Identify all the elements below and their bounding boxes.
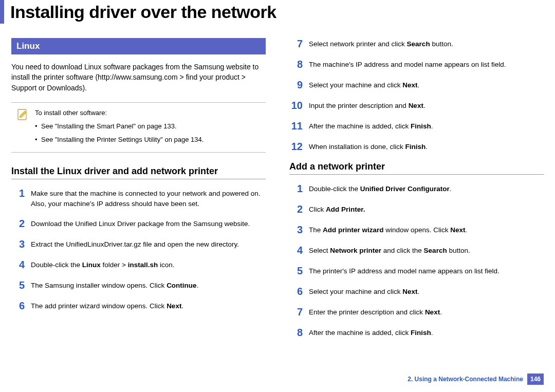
steps-right-cont: 7Select network printer and click Search… [289, 38, 544, 152]
step-text: Download the Unified Linux Driver packag… [31, 218, 250, 229]
note-icon [15, 108, 30, 122]
note-box: To install other software: See "Installi… [11, 102, 266, 153]
left-column: Linux You need to download Linux softwar… [11, 38, 266, 347]
step-number: 1 [289, 183, 303, 194]
step-number: 7 [289, 38, 303, 49]
step-text: Make sure that the machine is connected … [31, 188, 266, 209]
step: 7Select network printer and click Search… [289, 38, 544, 49]
step: 3Extract the UnifiedLinuxDriver.tar.gz f… [11, 238, 266, 250]
step: 7Enter the printer description and click… [289, 306, 544, 318]
step-number: 6 [11, 300, 25, 311]
subheading-add-printer: Add a network printer [289, 161, 544, 175]
step: 5The Samsung installer window opens. Cli… [11, 279, 266, 291]
step-text: Select Network printer and click the Sea… [309, 245, 470, 256]
step-number: 3 [11, 238, 25, 250]
step-number: 1 [11, 188, 25, 209]
step-text: Select network printer and click Search … [309, 38, 453, 49]
step-number: 10 [289, 100, 303, 111]
step: 1Make sure that the machine is connected… [11, 188, 266, 209]
step-text: The machine's IP address and model name … [309, 59, 506, 70]
step-text: Extract the UnifiedLinuxDriver.tar.gz fi… [31, 238, 239, 250]
step-text: Select your machine and click Next. [309, 286, 419, 297]
step-text: After the machine is added, click Finish… [309, 327, 433, 338]
step-number: 5 [289, 265, 303, 276]
step-number: 9 [289, 79, 303, 90]
page-title: Installing driver over the network [10, 2, 276, 22]
step: 2Click Add Printer. [289, 203, 544, 215]
step-number: 8 [289, 59, 303, 70]
step-text: The add printer wizard window opens. Cli… [31, 300, 183, 311]
step: 10Input the printer description and Next… [289, 100, 544, 111]
footer-chapter: 2. Using a Network-Connected Machine [408, 376, 523, 383]
step-number: 2 [289, 203, 303, 215]
right-column: 7Select network printer and click Search… [289, 38, 544, 347]
step-text: After the machine is added, click Finish… [309, 120, 433, 132]
step-text: The Samsung installer window opens. Clic… [31, 279, 198, 291]
step-text: Enter the printer description and click … [309, 306, 442, 318]
step: 11After the machine is added, click Fini… [289, 120, 544, 132]
step-text: Select your machine and click Next. [309, 79, 419, 90]
footer-page-number: 146 [527, 374, 544, 385]
step: 4Double-click the Linux folder > install… [11, 259, 266, 270]
step-text: Double-click the Linux folder > install.… [31, 259, 175, 270]
step-text: The printer's IP address and model name … [309, 265, 499, 276]
step: 8The machine's IP address and model name… [289, 59, 544, 70]
step-number: 12 [289, 141, 303, 152]
step: 9Select your machine and click Next. [289, 79, 544, 90]
step-number: 11 [289, 120, 303, 132]
step-text: When installation is done, click Finish. [309, 141, 428, 152]
step: 8After the machine is added, click Finis… [289, 327, 544, 338]
intro-paragraph: You need to download Linux software pack… [11, 62, 266, 93]
note-lead: To install other software: [35, 109, 107, 117]
step: 4Select Network printer and click the Se… [289, 245, 544, 256]
step: 1Double-click the Unified Driver Configu… [289, 183, 544, 194]
title-accent [0, 0, 4, 24]
step-number: 3 [289, 224, 303, 235]
step-number: 7 [289, 306, 303, 318]
steps-right-sub2: 1Double-click the Unified Driver Configu… [289, 183, 544, 338]
step-text: The Add printer wizard window opens. Cli… [309, 224, 467, 235]
steps-left: 1Make sure that the machine is connected… [11, 188, 266, 311]
step: 2Download the Unified Linux Driver packa… [11, 218, 266, 229]
note-item-2: See "Installing the Printer Settings Uti… [35, 135, 203, 145]
step-number: 8 [289, 327, 303, 338]
note-item-1: See "Installing the Smart Panel" on page… [35, 121, 203, 132]
step-text: Click Add Printer. [309, 203, 365, 215]
step: 6The add printer wizard window opens. Cl… [11, 300, 266, 311]
step-number: 4 [289, 245, 303, 256]
step: 12When installation is done, click Finis… [289, 141, 544, 152]
step-number: 5 [11, 279, 25, 291]
step-number: 4 [11, 259, 25, 270]
subheading-install-driver: Install the Linux driver and add network… [11, 166, 266, 179]
step: 5The printer's IP address and model name… [289, 265, 544, 276]
step: 6Select your machine and click Next. [289, 286, 544, 297]
section-heading-linux: Linux [11, 38, 266, 54]
step-text: Double-click the Unified Driver Configur… [309, 183, 452, 194]
step-text: Input the printer description and Next. [309, 100, 425, 111]
step-number: 6 [289, 286, 303, 297]
step: 3The Add printer wizard window opens. Cl… [289, 224, 544, 235]
page-footer: 2. Using a Network-Connected Machine 146 [408, 374, 544, 385]
step-number: 2 [11, 218, 25, 229]
